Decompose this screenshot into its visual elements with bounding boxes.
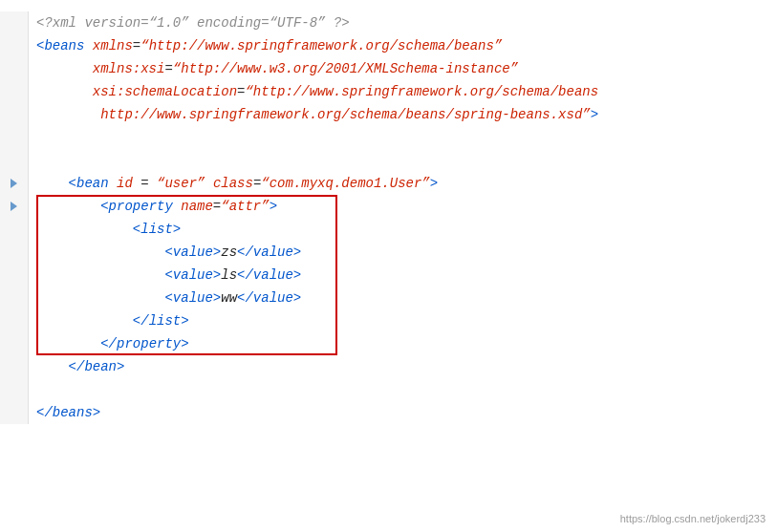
code-line-11: <value>zs</value>: [0, 241, 777, 264]
line-content-9: <property name=“attr”>: [29, 195, 277, 218]
gutter-3: [0, 57, 29, 80]
gutter-4: [0, 80, 29, 103]
code-line-13: <value>ww</value>: [0, 287, 777, 309]
line-content-1: <?xml version=“1.0” encoding=“UTF-8” ?>: [29, 11, 350, 34]
code-line-10: <list>: [0, 218, 777, 241]
gutter-15: [0, 332, 29, 355]
gutter-arrow-8: [11, 179, 17, 188]
line-content-7: [29, 149, 44, 172]
gutter-5: [0, 103, 29, 126]
footer-url: https://blog.csdn.net/jokerdj233: [620, 513, 766, 524]
code-line-18: </beans>: [0, 401, 777, 424]
code-container: <?xml version=“1.0” encoding=“UTF-8” ?> …: [0, 0, 777, 532]
line-content-15: </property>: [29, 332, 189, 355]
code-line-7: [0, 149, 777, 172]
line-content-16: </bean>: [29, 355, 124, 378]
line-content-13: <value>ww</value>: [29, 287, 301, 309]
gutter-8: [0, 172, 29, 195]
gutter-arrow-9: [11, 202, 17, 211]
code-line-5: http://www.springframework.org/schema/be…: [0, 103, 777, 126]
gutter-18: [0, 401, 29, 424]
code-line-1: <?xml version=“1.0” encoding=“UTF-8” ?>: [0, 11, 777, 34]
code-line-2: <beans xmlns=“http://www.springframework…: [0, 34, 777, 57]
gutter-17: [0, 378, 29, 401]
highlighted-region: <property name=“attr”> <list> <value>zs<…: [0, 195, 777, 355]
gutter-16: [0, 355, 29, 378]
line-content-10: <list>: [29, 218, 181, 241]
code-line-4: xsi:schemaLocation=“http://www.springfra…: [0, 80, 777, 103]
code-line-6: [0, 126, 777, 149]
line-content-6: [29, 126, 44, 149]
line-content-2: <beans xmlns=“http://www.springframework…: [29, 34, 502, 57]
code-line-15: </property>: [0, 332, 777, 355]
code-line-8: <bean id = “user” class=“com.myxq.demo1.…: [0, 172, 777, 195]
line-content-3: xmlns:xsi=“http://www.w3.org/2001/XMLSch…: [29, 57, 518, 80]
code-line-14: </list>: [0, 309, 777, 332]
code-line-3: xmlns:xsi=“http://www.w3.org/2001/XMLSch…: [0, 57, 777, 80]
gutter-11: [0, 241, 29, 264]
code-line-16: </bean>: [0, 355, 777, 378]
gutter-7: [0, 149, 29, 172]
gutter-2: [0, 34, 29, 57]
line-content-8: <bean id = “user” class=“com.myxq.demo1.…: [29, 172, 438, 195]
line-content-17: [29, 378, 44, 401]
line-content-5: http://www.springframework.org/schema/be…: [29, 103, 598, 126]
line-content-14: </list>: [29, 309, 189, 332]
code-line-9: <property name=“attr”>: [0, 195, 777, 218]
code-line-12: <value>ls</value>: [0, 264, 777, 287]
gutter-12: [0, 264, 29, 287]
gutter-9: [0, 195, 29, 218]
line-content-11: <value>zs</value>: [29, 241, 301, 264]
gutter-10: [0, 218, 29, 241]
line-content-4: xsi:schemaLocation=“http://www.springfra…: [29, 80, 598, 103]
gutter-14: [0, 309, 29, 332]
gutter-1: [0, 11, 29, 34]
code-line-17: [0, 378, 777, 401]
line-content-12: <value>ls</value>: [29, 264, 301, 287]
gutter-13: [0, 287, 29, 309]
gutter-6: [0, 126, 29, 149]
line-content-18: </beans>: [29, 401, 100, 424]
